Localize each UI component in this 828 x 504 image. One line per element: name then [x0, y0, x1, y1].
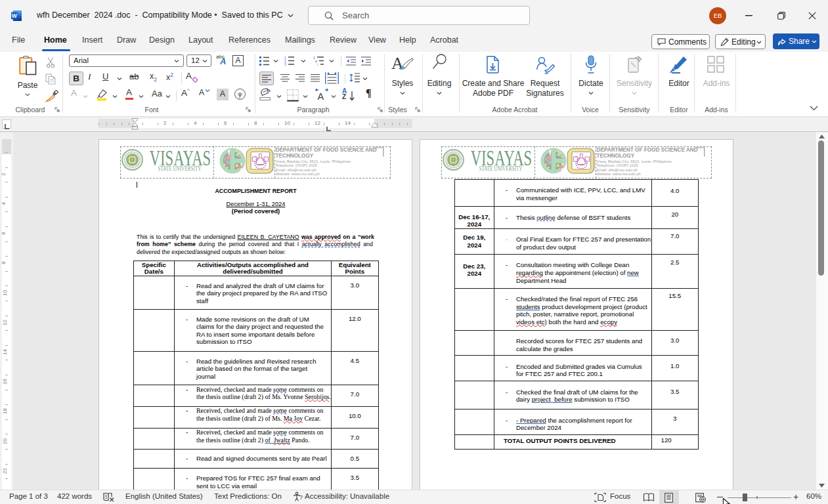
svg-text:3: 3	[284, 62, 286, 66]
svg-text:1: 1	[284, 56, 286, 60]
svg-text:W: W	[12, 12, 18, 19]
svg-text:a: a	[315, 59, 317, 63]
svg-text:?: ?	[299, 494, 303, 501]
svg-text:1: 1	[313, 56, 315, 60]
svg-text:STATE UNIVERSITY: STATE UNIVERSITY	[479, 164, 523, 171]
svg-text:STATE UNIVERSITY: STATE UNIVERSITY	[158, 164, 202, 171]
svg-text:2: 2	[284, 59, 286, 63]
svg-text:A: A	[318, 91, 324, 101]
svg-text:i: i	[317, 62, 318, 66]
